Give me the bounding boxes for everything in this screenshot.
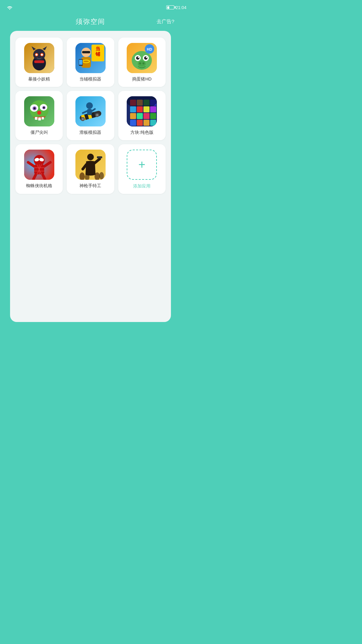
app-icon-dangpu: 当 铺	[75, 43, 106, 73]
svg-rect-19	[79, 60, 82, 65]
app-name-huaban: 滑板模拟器	[79, 130, 101, 136]
app-card-gunner[interactable]: 神枪手特工	[67, 144, 114, 194]
svg-point-55	[96, 114, 98, 116]
app-icon-gunner	[75, 150, 106, 180]
svg-point-45	[37, 111, 41, 115]
app-card-huaban[interactable]: 滑板模拟器	[67, 91, 114, 140]
svg-rect-99	[97, 156, 102, 158]
svg-point-56	[86, 102, 93, 109]
svg-rect-44	[42, 117, 44, 119]
app-icon-zhadan: HD	[127, 43, 157, 73]
app-icon-huaban	[75, 96, 106, 126]
svg-rect-68	[150, 106, 156, 112]
svg-point-28	[138, 57, 139, 58]
svg-point-27	[144, 56, 147, 60]
svg-text:当: 当	[96, 46, 100, 51]
svg-rect-69	[130, 113, 136, 119]
content-area: 暴揍小妖精 当 铺	[10, 31, 171, 322]
svg-rect-73	[130, 120, 136, 126]
svg-rect-72	[150, 113, 156, 119]
svg-rect-42	[35, 117, 38, 120]
app-card-jiangshi[interactable]: 僵尸尖叫	[15, 91, 63, 140]
app-card-fangkuai[interactable]: 方块:纯色版	[118, 91, 166, 140]
add-app-card[interactable]: + 添加应用	[118, 144, 166, 194]
wifi-icon	[7, 5, 13, 10]
battery-fill	[167, 6, 170, 9]
app-icon-baopao	[24, 43, 54, 73]
header: 须弥空间 去广告?	[0, 12, 181, 31]
svg-point-31	[139, 62, 141, 64]
svg-point-32	[142, 62, 144, 64]
app-icon-spiderman	[24, 150, 54, 180]
svg-text:铺: 铺	[95, 51, 101, 57]
svg-rect-57	[87, 109, 92, 115]
svg-rect-67	[143, 106, 149, 112]
svg-rect-74	[137, 120, 143, 126]
svg-rect-15	[82, 51, 90, 53]
add-plus-icon: +	[138, 159, 145, 171]
app-name-gunner: 神枪手特工	[79, 183, 101, 189]
svg-rect-70	[137, 113, 143, 119]
svg-rect-77	[127, 96, 157, 106]
app-name-baopao: 暴揍小妖精	[28, 76, 50, 82]
app-name-jiangshi: 僵尸尖叫	[31, 130, 48, 136]
svg-point-96	[99, 172, 104, 179]
app-name-spiderman: 蜘蛛侠街机格	[26, 183, 52, 189]
svg-rect-43	[38, 117, 41, 120]
app-icon-jiangshi	[24, 96, 54, 126]
status-bar: 21:04	[0, 0, 181, 12]
svg-rect-65	[130, 106, 136, 112]
svg-rect-2	[34, 60, 44, 63]
svg-point-30	[138, 61, 146, 67]
app-grid: 暴揍小妖精 当 铺	[15, 38, 166, 194]
svg-point-39	[34, 107, 36, 109]
remove-ads-button[interactable]: 去广告?	[157, 18, 174, 25]
svg-point-8	[36, 54, 38, 56]
svg-point-40	[43, 107, 45, 109]
header-title: 须弥空间	[76, 17, 105, 26]
status-time: 21:04	[176, 5, 181, 10]
svg-rect-71	[143, 113, 149, 119]
app-card-spiderman[interactable]: 蜘蛛侠街机格	[15, 144, 63, 194]
app-name-fangkuai: 方块:纯色版	[130, 130, 154, 136]
svg-rect-66	[137, 106, 143, 112]
svg-text:HD: HD	[147, 47, 152, 51]
svg-point-53	[82, 118, 84, 120]
app-card-zhadan[interactable]: HD 捣蛋猪HD	[118, 38, 166, 87]
svg-point-29	[146, 57, 147, 58]
app-name-zhadan: 捣蛋猪HD	[132, 76, 152, 82]
svg-rect-76	[150, 120, 156, 126]
add-icon-box: +	[127, 150, 157, 180]
app-icon-fangkuai	[127, 96, 157, 126]
svg-point-26	[136, 56, 139, 60]
app-card-dangpu[interactable]: 当 铺 当铺模拟器	[67, 38, 114, 87]
svg-point-97	[87, 154, 94, 160]
add-app-label: 添加应用	[133, 183, 150, 189]
battery-icon	[166, 5, 174, 9]
svg-point-21	[132, 51, 152, 70]
app-name-dangpu: 当铺模拟器	[79, 76, 101, 82]
svg-rect-75	[143, 120, 149, 126]
app-card-baopao[interactable]: 暴揍小妖精	[15, 38, 63, 87]
svg-point-9	[41, 54, 43, 56]
